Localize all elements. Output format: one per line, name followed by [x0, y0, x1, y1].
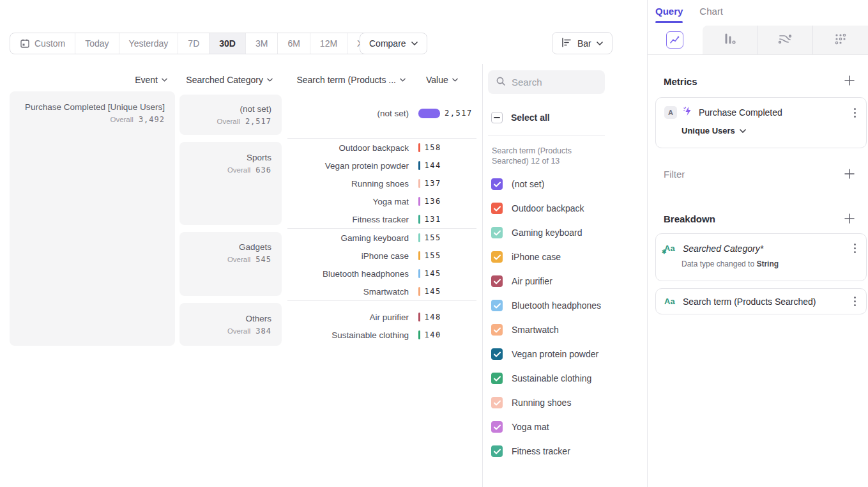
column-header-event[interactable]: Event: [10, 75, 167, 85]
kebab-menu-icon[interactable]: [851, 107, 858, 119]
value-bar: [418, 330, 420, 339]
term-row[interactable]: Yoga mat 136: [287, 192, 476, 210]
legend-item[interactable]: Sustainable clothing: [491, 366, 601, 390]
legend-item[interactable]: Smartwatch: [491, 318, 601, 342]
tab-metrics-grid[interactable]: [812, 26, 868, 54]
term-value: 2,517: [445, 109, 473, 118]
breakdown-name: Searched Category*: [683, 244, 846, 254]
legend-item-label: Outdoor backpack: [512, 203, 584, 213]
date-range-segment[interactable]: 3M: [245, 33, 277, 54]
kebab-menu-icon[interactable]: [851, 242, 858, 254]
divider: [488, 135, 605, 135]
category-cell[interactable]: (not set) Overall2,517: [179, 95, 282, 135]
metric-card[interactable]: A Purchase Completed Unique Users: [655, 97, 867, 148]
series-checkbox[interactable]: [491, 251, 503, 263]
series-checkbox[interactable]: [491, 421, 503, 433]
series-checkbox[interactable]: [491, 445, 503, 457]
legend-item[interactable]: Vegan protein powder: [491, 342, 601, 366]
select-all-checkbox[interactable]: [491, 112, 503, 123]
search-term-column: (not set) 2,517 Outdoor backpack: [287, 91, 476, 344]
term-row[interactable]: Air purifier 148: [287, 308, 476, 326]
series-checkbox[interactable]: [491, 178, 503, 190]
term-row[interactable]: Outdoor backpack 158: [287, 139, 476, 157]
event-cell[interactable]: Purchase Completed [Unique Users] Overal…: [10, 91, 175, 346]
date-range-label: 6M: [287, 38, 300, 49]
date-range-segment[interactable]: 7D: [178, 33, 209, 54]
series-checkbox[interactable]: [491, 300, 503, 311]
term-row[interactable]: Running shoes 137: [287, 174, 476, 192]
legend-item-label: (not set): [512, 179, 544, 189]
add-metric-button[interactable]: [844, 75, 855, 86]
term-row[interactable]: Gaming keyboard 155: [287, 229, 476, 247]
term-value: 155: [425, 251, 441, 260]
term-row[interactable]: iPhone case 155: [287, 247, 476, 265]
term-value-cell: 155: [418, 251, 441, 260]
term-label: Bluetooth headphones: [287, 269, 409, 279]
panel-tabs: Query Chart: [655, 6, 723, 23]
legend-search-box: [488, 70, 605, 94]
date-range-segment[interactable]: Yesterday: [119, 33, 178, 54]
series-checkbox[interactable]: [491, 324, 503, 336]
term-row[interactable]: Sustainable clothing 140: [287, 326, 476, 344]
tab-flow-chart[interactable]: [758, 26, 813, 54]
category-cell[interactable]: Others Overall384: [179, 303, 282, 346]
legend-item[interactable]: iPhone case: [491, 245, 601, 269]
date-range-segment[interactable]: Today: [75, 33, 118, 54]
tab-chart[interactable]: Chart: [699, 6, 723, 23]
column-header-searched-category[interactable]: Searched Category: [179, 75, 273, 85]
tab-insights-line-chart[interactable]: [648, 26, 703, 54]
value-bar: [418, 197, 420, 206]
column-header-search-term[interactable]: Search term (Products ...: [287, 75, 406, 85]
compare-button[interactable]: Compare: [360, 33, 427, 54]
legend-item[interactable]: Yoga mat: [491, 415, 601, 439]
select-all-row[interactable]: Select all: [491, 112, 550, 123]
series-checkbox[interactable]: [491, 275, 503, 287]
term-value: 131: [425, 215, 441, 224]
term-row[interactable]: Fitness tracker 131: [287, 210, 476, 228]
breakdown-card-search-term[interactable]: Aa Search term (Products Searched): [655, 288, 867, 314]
legend-item[interactable]: (not set): [491, 172, 601, 196]
term-group: Air purifier 148 Sustainable clothing 14…: [287, 300, 476, 344]
term-row[interactable]: Vegan protein powder 144: [287, 157, 476, 174]
term-row[interactable]: (not set) 2,517: [287, 104, 476, 122]
series-checkbox[interactable]: [491, 227, 503, 238]
tab-bar-chart[interactable]: [703, 26, 758, 54]
category-cell[interactable]: Sports Overall636: [179, 142, 282, 225]
legend-item[interactable]: Outdoor backpack: [491, 196, 601, 220]
term-label: Smartwatch: [287, 287, 409, 297]
kebab-menu-icon[interactable]: [851, 295, 858, 307]
legend-item[interactable]: Bluetooth headphones: [491, 293, 601, 318]
breakdown-card-searched-category[interactable]: Aa✱ Searched Category* Data type changed…: [655, 233, 867, 281]
term-row[interactable]: Smartwatch 145: [287, 282, 476, 300]
column-header-label: Event: [135, 75, 158, 85]
legend-item-label: Yoga mat: [512, 422, 549, 432]
tab-query[interactable]: Query: [655, 6, 683, 23]
date-range-segment[interactable]: 30D: [209, 33, 245, 54]
category-cell[interactable]: Gadgets Overall545: [179, 232, 282, 296]
date-range-segment[interactable]: Custom: [10, 33, 75, 54]
column-header-value[interactable]: Value: [426, 75, 458, 85]
series-checkbox[interactable]: [491, 203, 503, 214]
date-range-label: Yesterday: [129, 38, 169, 49]
modified-asterisk: ✱: [662, 247, 667, 256]
chart-style-dropdown[interactable]: Bar: [552, 32, 613, 54]
value-bar: [418, 179, 420, 188]
add-breakdown-button[interactable]: [844, 213, 855, 224]
date-range-segment[interactable]: 6M: [277, 33, 309, 54]
legend-item[interactable]: Air purifier: [491, 269, 601, 293]
term-label: Sustainable clothing: [287, 330, 409, 340]
legend-item[interactable]: Running shoes: [491, 390, 601, 415]
legend-item[interactable]: Gaming keyboard: [491, 220, 601, 245]
add-filter-button[interactable]: [844, 168, 855, 180]
chevron-down-icon: [452, 78, 458, 82]
series-checkbox[interactable]: [491, 397, 503, 408]
filter-title: Filter: [664, 169, 685, 180]
measure-dropdown[interactable]: Unique Users: [681, 126, 866, 135]
term-row[interactable]: Bluetooth headphones 145: [287, 265, 476, 282]
legend-item[interactable]: Fitness tracker: [491, 439, 601, 463]
term-label: Air purifier: [287, 313, 409, 322]
series-checkbox[interactable]: [491, 348, 503, 360]
series-checkbox[interactable]: [491, 373, 503, 384]
search-input[interactable]: [512, 77, 595, 88]
date-range-segment[interactable]: 12M: [310, 33, 347, 54]
